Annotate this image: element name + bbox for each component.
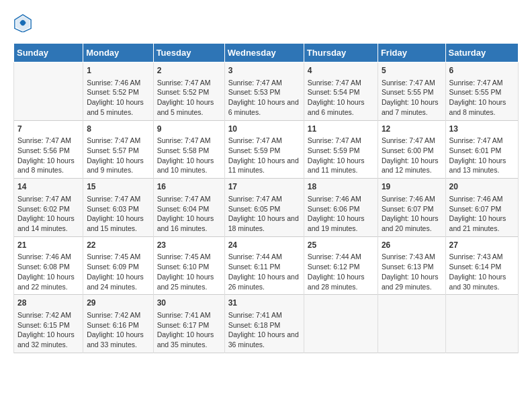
calendar-cell: 23Sunrise: 7:45 AMSunset: 6:10 PMDayligh… [153, 236, 224, 295]
daylight-text: Daylight: 10 hours and 19 minutes. [308, 214, 374, 233]
sunset-text: Sunset: 5:52 PM [157, 87, 221, 97]
sunset-text: Sunset: 6:07 PM [449, 204, 515, 214]
sunset-text: Sunset: 6:18 PM [228, 320, 300, 330]
cell-content: 6Sunrise: 7:47 AMSunset: 5:55 PMDaylight… [449, 65, 515, 118]
header-saturday: Saturday [445, 44, 518, 62]
sunset-text: Sunset: 5:55 PM [382, 87, 442, 97]
sunrise-text: Sunrise: 7:46 AM [17, 252, 79, 262]
daylight-text: Daylight: 10 hours and 29 minutes. [382, 272, 442, 291]
sunrise-text: Sunrise: 7:46 AM [87, 78, 149, 88]
week-row-4: 21Sunrise: 7:46 AMSunset: 6:08 PMDayligh… [14, 236, 519, 295]
cell-content: 7Sunrise: 7:47 AMSunset: 5:56 PMDaylight… [17, 124, 79, 176]
day-number: 25 [308, 240, 374, 251]
sunrise-text: Sunrise: 7:46 AM [382, 194, 442, 204]
sunrise-text: Sunrise: 7:47 AM [308, 136, 374, 146]
day-number: 4 [308, 65, 374, 77]
sunrise-text: Sunrise: 7:46 AM [308, 194, 374, 204]
sunset-text: Sunset: 6:13 PM [382, 262, 442, 272]
calendar-cell: 22Sunrise: 7:45 AMSunset: 6:09 PMDayligh… [83, 236, 153, 295]
sunset-text: Sunset: 6:01 PM [449, 146, 515, 156]
calendar-cell: 7Sunrise: 7:47 AMSunset: 5:56 PMDaylight… [14, 120, 83, 179]
daylight-text: Daylight: 10 hours and 33 minutes. [87, 330, 149, 349]
sunrise-text: Sunrise: 7:46 AM [449, 194, 515, 204]
day-number: 26 [382, 240, 442, 251]
day-number: 20 [449, 181, 515, 193]
daylight-text: Daylight: 10 hours and 9 minutes. [87, 156, 149, 175]
calendar-cell [378, 295, 445, 353]
header-sunday: Sunday [14, 44, 83, 62]
sunset-text: Sunset: 6:03 PM [87, 204, 149, 214]
day-number: 23 [157, 240, 221, 251]
sunrise-text: Sunrise: 7:47 AM [382, 78, 442, 88]
cell-content: 22Sunrise: 7:45 AMSunset: 6:09 PMDayligh… [87, 240, 149, 292]
daylight-text: Daylight: 10 hours and 11 minutes. [308, 156, 374, 175]
day-number: 13 [449, 124, 515, 135]
sunset-text: Sunset: 6:06 PM [308, 204, 374, 214]
sunrise-text: Sunrise: 7:47 AM [157, 78, 221, 88]
cell-content: 19Sunrise: 7:46 AMSunset: 6:07 PMDayligh… [382, 181, 442, 234]
daylight-text: Daylight: 10 hours and 8 minutes. [17, 156, 79, 175]
header-monday: Monday [83, 44, 153, 62]
sunrise-text: Sunrise: 7:47 AM [228, 136, 300, 146]
calendar-cell: 26Sunrise: 7:43 AMSunset: 6:13 PMDayligh… [378, 236, 445, 295]
sunset-text: Sunset: 6:02 PM [17, 204, 79, 214]
cell-content: 23Sunrise: 7:45 AMSunset: 6:10 PMDayligh… [157, 240, 221, 292]
daylight-text: Daylight: 10 hours and 6 minutes. [228, 97, 300, 117]
sunset-text: Sunset: 5:53 PM [228, 87, 300, 97]
daylight-text: Daylight: 10 hours and 28 minutes. [308, 272, 374, 291]
sunset-text: Sunset: 6:07 PM [382, 204, 442, 214]
cell-content: 3Sunrise: 7:47 AMSunset: 5:53 PMDaylight… [228, 65, 300, 118]
cell-content: 1Sunrise: 7:46 AMSunset: 5:52 PMDaylight… [87, 65, 149, 118]
sunset-text: Sunset: 5:58 PM [157, 146, 221, 156]
day-number: 19 [382, 181, 442, 193]
calendar-cell: 5Sunrise: 7:47 AMSunset: 5:55 PMDaylight… [378, 62, 445, 121]
calendar-cell: 11Sunrise: 7:47 AMSunset: 5:59 PMDayligh… [304, 120, 378, 179]
sunrise-text: Sunrise: 7:47 AM [228, 78, 300, 88]
cell-content: 17Sunrise: 7:47 AMSunset: 6:05 PMDayligh… [228, 181, 300, 234]
header-wednesday: Wednesday [224, 44, 304, 62]
calendar-cell [304, 295, 378, 353]
calendar-cell: 28Sunrise: 7:42 AMSunset: 6:15 PMDayligh… [14, 295, 83, 353]
sunrise-text: Sunrise: 7:43 AM [449, 252, 515, 262]
sunrise-text: Sunrise: 7:47 AM [87, 194, 149, 204]
daylight-text: Daylight: 10 hours and 18 minutes. [228, 214, 300, 233]
sunset-text: Sunset: 6:15 PM [17, 320, 79, 330]
sunrise-text: Sunrise: 7:47 AM [87, 136, 149, 146]
sunset-text: Sunset: 6:00 PM [382, 146, 442, 156]
calendar-cell: 13Sunrise: 7:47 AMSunset: 6:01 PMDayligh… [445, 120, 518, 179]
calendar-cell: 27Sunrise: 7:43 AMSunset: 6:14 PMDayligh… [445, 236, 518, 295]
sunset-text: Sunset: 6:12 PM [308, 262, 374, 272]
calendar-cell: 25Sunrise: 7:44 AMSunset: 6:12 PMDayligh… [304, 236, 378, 295]
calendar-cell [445, 295, 518, 353]
sunset-text: Sunset: 6:11 PM [228, 262, 300, 272]
calendar-table: SundayMondayTuesdayWednesdayThursdayFrid… [13, 43, 519, 353]
day-number: 30 [157, 298, 221, 309]
sunrise-text: Sunrise: 7:47 AM [17, 194, 79, 204]
calendar-cell: 18Sunrise: 7:46 AMSunset: 6:06 PMDayligh… [304, 179, 378, 237]
cell-content: 14Sunrise: 7:47 AMSunset: 6:02 PMDayligh… [17, 181, 79, 234]
sunrise-text: Sunrise: 7:47 AM [449, 78, 515, 88]
day-number: 12 [382, 124, 442, 135]
daylight-text: Daylight: 10 hours and 8 minutes. [449, 97, 515, 117]
calendar-cell: 6Sunrise: 7:47 AMSunset: 5:55 PMDaylight… [445, 62, 518, 121]
cell-content: 15Sunrise: 7:47 AMSunset: 6:03 PMDayligh… [87, 181, 149, 234]
sunset-text: Sunset: 5:54 PM [308, 87, 374, 97]
daylight-text: Daylight: 10 hours and 25 minutes. [157, 272, 221, 291]
cell-content: 18Sunrise: 7:46 AMSunset: 6:06 PMDayligh… [308, 181, 374, 234]
day-number: 8 [87, 124, 149, 135]
cell-content: 16Sunrise: 7:47 AMSunset: 6:04 PMDayligh… [157, 181, 221, 234]
day-number: 10 [228, 124, 300, 135]
sunset-text: Sunset: 6:04 PM [157, 204, 221, 214]
calendar-cell: 2Sunrise: 7:47 AMSunset: 5:52 PMDaylight… [153, 62, 224, 121]
sunrise-text: Sunrise: 7:42 AM [87, 310, 149, 320]
day-number: 5 [382, 65, 442, 77]
day-number: 24 [228, 240, 300, 251]
sunrise-text: Sunrise: 7:47 AM [382, 136, 442, 146]
daylight-text: Daylight: 10 hours and 7 minutes. [382, 97, 442, 117]
day-number: 6 [449, 65, 515, 77]
sunrise-text: Sunrise: 7:42 AM [17, 310, 79, 320]
day-number: 21 [17, 240, 79, 251]
calendar-cell: 30Sunrise: 7:41 AMSunset: 6:17 PMDayligh… [153, 295, 224, 353]
cell-content: 28Sunrise: 7:42 AMSunset: 6:15 PMDayligh… [17, 298, 79, 350]
calendar-cell: 29Sunrise: 7:42 AMSunset: 6:16 PMDayligh… [83, 295, 153, 353]
